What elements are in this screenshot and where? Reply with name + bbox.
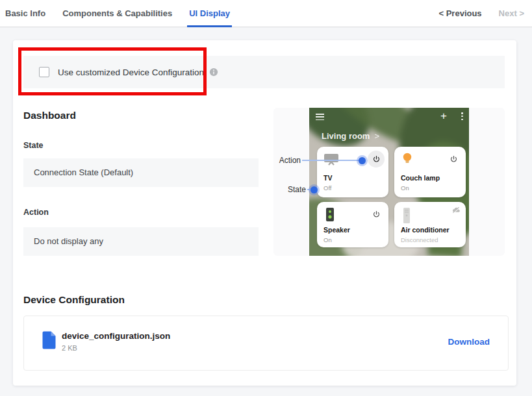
- dashboard-heading: Dashboard: [23, 110, 76, 121]
- power-icon: [368, 151, 385, 167]
- next-button-disabled[interactable]: Next >: [499, 8, 524, 18]
- action-field[interactable]: Do not display any: [23, 227, 259, 256]
- tab-ui-display[interactable]: UI Display: [189, 0, 230, 27]
- device-card-speaker: Speaker On: [317, 202, 388, 247]
- action-annotation-label: Action: [276, 156, 301, 165]
- air-conditioner-icon: [400, 207, 413, 224]
- action-annotation-line: [302, 160, 362, 161]
- config-file-name: device_configuration.json: [62, 331, 170, 341]
- pager-nav: < Previous Next >: [438, 0, 524, 27]
- page: Basic Info Components & Capabilities UI …: [0, 0, 532, 396]
- more-icon: [461, 112, 463, 120]
- offline-icon: [451, 206, 461, 216]
- state-annotation-label: State: [280, 185, 306, 194]
- state-annotation-dot: [309, 184, 320, 195]
- ui-display-panel: Use customized Device Configuration Dash…: [13, 40, 516, 386]
- power-icon: [368, 206, 385, 223]
- phone-screenshot: + Living room> TV: [309, 108, 469, 256]
- use-customized-config-label: Use customized Device Configuration: [58, 68, 204, 77]
- dashboard-preview: + Living room> TV: [273, 108, 505, 256]
- device-configuration-heading: Device Configuration: [23, 294, 125, 306]
- room-title: Living room>: [322, 131, 379, 141]
- power-icon: [445, 151, 462, 167]
- previous-button[interactable]: < Previous: [438, 8, 481, 18]
- action-label: Action: [23, 208, 49, 217]
- config-file-size: 2 KB: [62, 344, 77, 352]
- state-label: State: [23, 141, 44, 150]
- tv-icon: [323, 152, 340, 166]
- config-file-card: device_configuration.json 2 KB Download: [23, 316, 509, 371]
- speaker-icon: [323, 207, 337, 223]
- tabs: Basic Info Components & Capabilities UI …: [5, 0, 230, 27]
- chevron-right-icon: >: [374, 131, 379, 141]
- tab-bar: Basic Info Components & Capabilities UI …: [0, 0, 532, 27]
- tab-components-capabilities[interactable]: Components & Capabilities: [62, 0, 172, 27]
- info-icon[interactable]: [209, 68, 218, 77]
- add-icon: +: [440, 110, 447, 122]
- lamp-icon: [400, 152, 414, 166]
- state-field[interactable]: Connection State (Default): [23, 158, 259, 187]
- customized-config-row: Use customized Device Configuration: [23, 56, 505, 88]
- device-card-air-conditioner: Air conditioner Disconnected: [394, 202, 466, 247]
- file-icon: [42, 331, 56, 349]
- device-card-tv: TV Off: [317, 147, 388, 197]
- tab-basic-info[interactable]: Basic Info: [5, 0, 45, 27]
- action-annotation-dot: [357, 155, 368, 166]
- menu-icon: [316, 114, 324, 120]
- device-card-couch-lamp: Couch lamp On: [394, 147, 466, 197]
- download-link[interactable]: Download: [448, 337, 490, 347]
- use-customized-config-checkbox[interactable]: [39, 67, 49, 77]
